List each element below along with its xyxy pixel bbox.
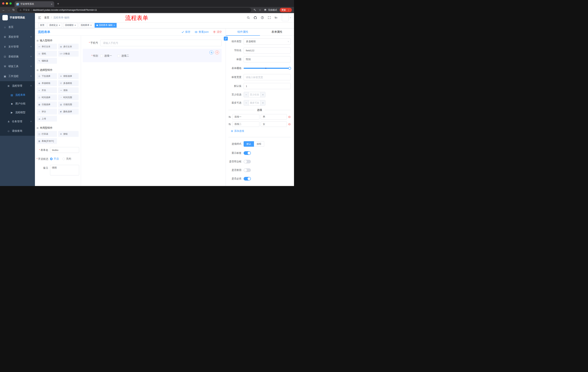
sidebar-item-user-group[interactable]: ☻ 用户分组 — [0, 99, 35, 108]
tag-close-icon[interactable]: × — [59, 24, 60, 26]
palette-item-cascader[interactable]: ⋔级联选择 — [58, 73, 79, 79]
sidebar-item-home[interactable]: ⌂ 首页 — [0, 22, 35, 32]
sidebar-item-process-management[interactable]: ≣ 流程管理 ˄ — [0, 81, 35, 91]
tag-close-icon[interactable]: × — [74, 24, 76, 26]
option-1-value-input[interactable] — [261, 114, 287, 120]
github-icon[interactable] — [254, 16, 257, 20]
option-2-value-input[interactable] — [261, 121, 287, 127]
tab-close-icon[interactable]: × — [51, 3, 52, 5]
help-icon[interactable] — [261, 16, 264, 19]
palette-item-time-range[interactable]: ◔时间范围 — [58, 95, 79, 100]
tab-component-properties[interactable]: 组件属性 — [226, 28, 260, 35]
tab-form-properties[interactable]: 表单属性 — [260, 28, 294, 35]
palette-item-date-range[interactable]: ▧日期范围 — [58, 102, 79, 107]
status-on-radio[interactable]: 开启 — [50, 157, 59, 160]
sidebar-item-leave-query[interactable]: ☺ 请假查询 — [0, 126, 35, 136]
border-toggle[interactable] — [244, 160, 251, 163]
palette-item-table[interactable]: ▦表格[开发中] — [37, 138, 57, 144]
sidebar-item-infrastructure[interactable]: ⊡ 基础设施 ˅ — [0, 52, 35, 62]
remove-option-icon[interactable]: ⊖ — [288, 123, 291, 126]
form-remark-textarea[interactable]: 嘿嘿 — [50, 165, 79, 175]
tag-close-icon[interactable]: × — [114, 24, 115, 26]
option-2-name-input[interactable] — [232, 121, 259, 127]
app-logo[interactable]: 芋道管理系统 — [0, 13, 35, 22]
browser-update-button[interactable]: 更新 ⋮ — [280, 8, 292, 12]
gender-option-1-checkbox[interactable]: 选项一 — [100, 54, 112, 57]
palette-item-counter[interactable]: 123计数器 — [58, 51, 79, 57]
link-button[interactable] — [224, 37, 228, 41]
save-button[interactable]: 保存 — [181, 30, 190, 34]
tag-process-definition[interactable]: 流程定义 × — [47, 23, 62, 28]
max-select-value[interactable]: 最多可选 — [249, 100, 260, 105]
window-close-button[interactable] — [2, 2, 4, 5]
sidebar-fold-icon[interactable] — [38, 16, 41, 20]
sidebar-item-devtools[interactable]: ⚒ 研发工具 ˅ — [0, 62, 35, 71]
slider-handle[interactable] — [288, 67, 291, 70]
style-button-button[interactable]: 按钮 — [254, 141, 264, 147]
default-value-input[interactable] — [244, 83, 291, 89]
gender-option-2-checkbox[interactable]: 选项二 — [117, 54, 129, 57]
plus-button[interactable]: + — [260, 92, 265, 97]
palette-item-color-picker[interactable]: ◩颜色选择 — [58, 109, 79, 115]
title-input[interactable] — [244, 56, 291, 63]
window-zoom-button[interactable] — [10, 2, 12, 5]
palette-item-checkbox-group[interactable]: ☑多选框组 — [58, 80, 79, 86]
copy-field-button[interactable] — [210, 50, 213, 54]
sidebar-item-process-form[interactable]: ▤ 流程表单 — [0, 91, 35, 99]
address-bar[interactable]: ⚠ 不安全 dashboard.yudao.iocoder.cn/bpm/man… — [17, 8, 251, 12]
font-size-icon[interactable]: TT — [274, 16, 277, 19]
component-type-select[interactable]: 多选框组 ˅ — [244, 38, 291, 45]
bookmark-star-icon[interactable]: ☆ — [259, 8, 261, 12]
palette-item-editor[interactable]: ✎编辑器 — [37, 58, 57, 64]
drag-handle-icon[interactable] — [228, 123, 231, 126]
form-name-input[interactable] — [50, 147, 79, 153]
palette-item-row-container[interactable]: ◫行容器 — [37, 131, 57, 137]
palette-item-date-picker[interactable]: ▦日期选择 — [37, 102, 57, 107]
delete-field-button[interactable] — [215, 50, 219, 54]
tag-close-icon[interactable]: × — [90, 24, 92, 26]
palette-item-upload[interactable]: ☁上传 — [37, 116, 57, 122]
palette-item-switch[interactable]: ◐开关 — [37, 87, 57, 93]
palette-item-slider[interactable]: ⊸滑块 — [58, 87, 79, 93]
disabled-toggle[interactable] — [244, 168, 251, 172]
new-tab-button[interactable]: + — [57, 2, 59, 6]
palette-item-select[interactable]: ◎下拉选择 — [37, 73, 57, 79]
palette-item-rate[interactable]: ☆评分 — [37, 109, 57, 115]
forward-icon[interactable]: → — [7, 9, 10, 11]
fullscreen-icon[interactable] — [268, 16, 271, 19]
style-default-button[interactable]: 默认 — [244, 141, 254, 147]
password-key-icon[interactable] — [253, 9, 256, 11]
status-off-radio[interactable]: 关闭 — [63, 157, 71, 160]
palette-item-single-line-text[interactable]: ▭单行文本 — [37, 44, 57, 50]
remove-option-icon[interactable]: ⊖ — [288, 115, 291, 118]
palette-item-multi-line-text[interactable]: ▤多行文本 — [58, 44, 79, 50]
show-label-toggle[interactable] — [244, 151, 251, 155]
max-select-stepper[interactable]: − 最多可选 + — [244, 100, 265, 106]
window-minimize-button[interactable] — [6, 2, 8, 5]
clear-button[interactable]: 清空 — [213, 30, 222, 34]
palette-item-time-picker[interactable]: ◷时间选择 — [37, 95, 57, 100]
sidebar-item-payment[interactable]: ¥ 支付管理 ˅ — [0, 42, 35, 52]
back-icon[interactable]: ← — [2, 9, 5, 11]
phone-input[interactable] — [100, 40, 221, 46]
plus-button[interactable]: + — [260, 100, 265, 105]
palette-item-radio-group[interactable]: ◉单选框组 — [37, 80, 57, 86]
palette-item-button[interactable]: ⊞按钮 — [58, 131, 79, 137]
form-grid-slider[interactable] — [244, 65, 291, 71]
reload-icon[interactable]: ↻ — [12, 9, 15, 11]
view-json-button[interactable]: 查看json — [195, 30, 209, 34]
security-label[interactable]: 不安全 — [23, 9, 30, 12]
tag-process-form[interactable]: 流程表单 × — [79, 23, 94, 28]
sidebar-item-process-model[interactable]: ▶ 流程模型 — [0, 108, 35, 117]
minus-button[interactable]: − — [244, 92, 249, 97]
palette-item-password[interactable]: ⊡密码 — [37, 51, 57, 57]
page-url[interactable]: dashboard.yudao.iocoder.cn/bpm/manager/f… — [33, 9, 97, 11]
tag-process-model[interactable]: 流程模型 × — [63, 23, 78, 28]
slider-track[interactable] — [244, 68, 291, 69]
browser-menu-icon[interactable]: ⋮ — [287, 9, 290, 11]
sidebar-item-system[interactable]: ⚙ 系统管理 ˅ — [0, 32, 35, 42]
sidebar-item-task-management[interactable]: ⋔ 任务管理 ˅ — [0, 117, 35, 126]
drag-handle-icon[interactable] — [228, 116, 231, 118]
search-icon[interactable] — [247, 16, 250, 19]
min-select-stepper[interactable]: − 至少应选 + — [244, 92, 265, 97]
